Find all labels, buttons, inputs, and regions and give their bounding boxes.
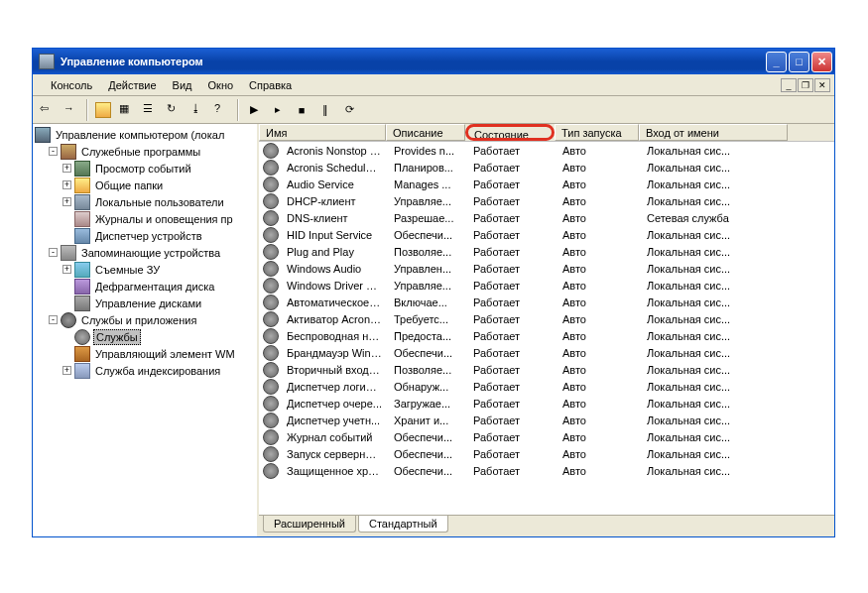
service-icon <box>263 413 279 428</box>
properties-button[interactable]: ☰ <box>140 99 162 121</box>
tab-extended[interactable]: Расширенный <box>263 516 356 533</box>
window-title: Управление компьютером <box>61 56 764 67</box>
list-body[interactable]: Acronis Nonstop Ba...Provides n...Работа… <box>259 142 834 515</box>
tree-root[interactable]: Управление компьютером (локал <box>35 126 255 143</box>
tree-item-services[interactable]: Службы <box>35 328 255 345</box>
cell-description: Разрешае... <box>388 211 467 225</box>
help-icon: ? <box>214 102 230 118</box>
child-restore-button[interactable]: ❐ <box>798 78 813 92</box>
stop-button[interactable]: ■ <box>291 99 312 121</box>
service-icon <box>263 295 279 310</box>
menu-help[interactable]: Справка <box>241 77 300 93</box>
close-button[interactable]: ✕ <box>811 52 832 72</box>
export-button[interactable]: ⭳ <box>187 99 209 121</box>
table-row[interactable]: Acronis Nonstop Ba...Provides n...Работа… <box>259 142 834 159</box>
cell-logon: Локальная сис... <box>641 279 790 293</box>
show-hide-button[interactable]: ▦ <box>116 99 138 121</box>
maximize-button[interactable]: □ <box>789 52 809 72</box>
collapse-icon[interactable]: - <box>49 147 58 156</box>
table-row[interactable]: Windows Driver Fo...Управляе...РаботаетА… <box>259 277 834 294</box>
up-button[interactable] <box>92 99 114 121</box>
cell-state: Работает <box>467 312 557 326</box>
table-row[interactable]: Активатор Acronis...Требуетс...РаботаетА… <box>259 310 834 327</box>
expand-icon[interactable]: + <box>62 197 71 206</box>
table-row[interactable]: Автоматическое о...Включае...РаботаетАвт… <box>259 294 834 310</box>
table-row[interactable]: Windows AudioУправлен...РаботаетАвтоЛока… <box>259 260 834 277</box>
tree-item-removable[interactable]: +Съемные ЗУ <box>35 261 255 278</box>
tree-item-indexing[interactable]: +Служба индексирования <box>35 362 255 379</box>
table-row[interactable]: Диспетчер учетн...Хранит и...РаботаетАвт… <box>259 412 834 428</box>
table-row[interactable]: Брандмауэр Windo...Обеспечи...РаботаетАв… <box>259 344 834 361</box>
table-row[interactable]: Acronis Scheduler2...Планиров...Работает… <box>259 159 834 176</box>
arrow-left-icon: ⇦ <box>40 102 56 118</box>
tree-item-defrag[interactable]: Дефрагментация диска <box>35 278 255 295</box>
tools-icon <box>61 144 76 160</box>
table-row[interactable]: DHCP-клиентУправляе...РаботаетАвтоЛокаль… <box>259 192 834 209</box>
menu-window[interactable]: Окно <box>200 77 242 93</box>
table-row[interactable]: Вторичный вход в...Позволяе...РаботаетАв… <box>259 361 834 378</box>
refresh-button[interactable]: ↻ <box>164 99 186 121</box>
expand-icon[interactable]: + <box>62 366 71 375</box>
cell-startup: Авто <box>557 346 641 360</box>
tree-item-device-manager[interactable]: Диспетчер устройств <box>35 227 255 244</box>
menu-view[interactable]: Вид <box>165 77 200 93</box>
minimize-button[interactable]: _ <box>766 52 787 72</box>
next-button[interactable]: ▸ <box>267 99 289 121</box>
table-row[interactable]: Plug and PlayПозволяе...РаботаетАвтоЛока… <box>259 243 834 260</box>
table-row[interactable]: Запуск серверных...Обеспечи...РаботаетАв… <box>259 445 834 462</box>
table-row[interactable]: Audio ServiceManages ...РаботаетАвтоЛока… <box>259 176 834 192</box>
collapse-icon[interactable]: - <box>49 248 58 257</box>
forward-button[interactable]: → <box>61 99 82 121</box>
tree-group-system-tools[interactable]: - Служебные программы <box>35 143 255 160</box>
tree-group-storage[interactable]: - Запоминающие устройства <box>35 244 255 261</box>
tree-item-shared-folders[interactable]: +Общие папки <box>35 177 255 193</box>
child-minimize-button[interactable]: _ <box>781 78 797 92</box>
restart-button[interactable]: ⟳ <box>338 99 360 121</box>
collapse-icon[interactable]: - <box>49 315 58 324</box>
expand-icon[interactable]: + <box>62 164 71 173</box>
cell-name: Запуск серверных... <box>281 447 388 461</box>
step-icon: ▸ <box>275 103 281 116</box>
column-state[interactable]: Состояние <box>465 124 555 141</box>
table-row[interactable]: DNS-клиентРазрешае...РаботаетАвтоСетевая… <box>259 209 834 226</box>
table-row[interactable]: HID Input ServiceОбеспечи...РаботаетАвто… <box>259 226 834 243</box>
table-row[interactable]: Диспетчер очере...Загружае...РаботаетАвт… <box>259 395 834 412</box>
column-description[interactable]: Описание <box>386 124 465 141</box>
cell-name: Защищенное хран... <box>281 464 388 478</box>
view-tabs: Расширенный Стандартный <box>259 515 834 536</box>
menu-action[interactable]: Действие <box>100 77 164 93</box>
cell-name: Беспроводная нас... <box>281 329 388 343</box>
tree-item-perf-logs[interactable]: Журналы и оповещения пр <box>35 210 255 227</box>
column-logon[interactable]: Вход от имени <box>639 124 788 141</box>
expand-icon[interactable]: + <box>62 180 71 189</box>
title-bar[interactable]: Управление компьютером _ □ ✕ <box>33 49 834 74</box>
tab-standard[interactable]: Стандартный <box>358 516 448 533</box>
table-row[interactable]: Беспроводная нас...Предоста...РаботаетАв… <box>259 327 834 344</box>
cell-startup: Авто <box>557 329 641 343</box>
table-row[interactable]: Диспетчер логиче...Обнаруж...РаботаетАвт… <box>259 378 834 395</box>
tree-item-local-users[interactable]: +Локальные пользователи <box>35 193 255 210</box>
column-startup[interactable]: Тип запуска <box>555 124 639 141</box>
help-button[interactable]: ? <box>211 99 233 121</box>
wmi-icon <box>74 346 90 362</box>
column-name[interactable]: Имя <box>259 124 386 141</box>
service-icon <box>263 446 279 462</box>
menu-console[interactable]: Консоль <box>43 77 100 93</box>
tree-item-event-viewer[interactable]: +Просмотр событий <box>35 160 255 177</box>
child-close-button[interactable]: ✕ <box>814 78 830 92</box>
cell-description: Обеспечи... <box>388 447 467 461</box>
service-icon <box>263 379 279 395</box>
service-icon <box>263 328 279 344</box>
table-row[interactable]: Журнал событийОбеспечи...РаботаетАвтоЛок… <box>259 428 834 445</box>
tree-item-disk-mgmt[interactable]: Управление дисками <box>35 295 255 311</box>
tree-pane[interactable]: Управление компьютером (локал - Служебны… <box>33 124 259 536</box>
cell-logon: Локальная сис... <box>641 312 790 326</box>
pause-button[interactable]: ‖ <box>314 99 336 121</box>
expand-icon[interactable]: + <box>62 265 71 274</box>
start-button[interactable]: ▶ <box>243 99 265 121</box>
table-row[interactable]: Защищенное хран...Обеспечи...РаботаетАвт… <box>259 462 834 479</box>
app-icon <box>39 54 55 69</box>
tree-group-services-apps[interactable]: - Службы и приложения <box>35 311 255 328</box>
tree-item-wmi[interactable]: Управляющий элемент WM <box>35 345 255 362</box>
back-button[interactable]: ⇦ <box>37 99 59 121</box>
